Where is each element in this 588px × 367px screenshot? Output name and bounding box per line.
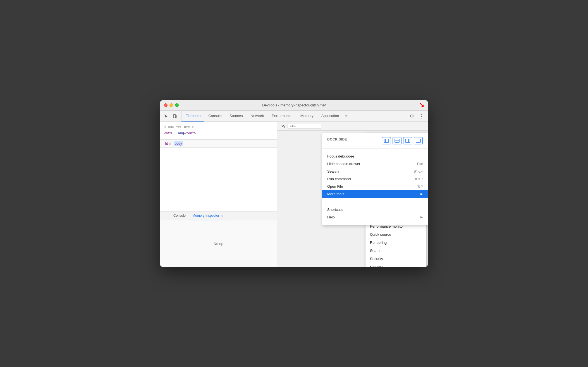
device-toggle-icon[interactable]: [171, 112, 179, 120]
devtools-toolbar: Elements Console Sources Network Perform…: [160, 111, 428, 122]
menu-item-sensors[interactable]: Sensors: [365, 263, 426, 267]
more-tools-row[interactable]: More tools ▶: [322, 190, 428, 198]
hide-console-drawer-row[interactable]: Hide console drawer Esc: [327, 160, 423, 168]
dock-side-options: [382, 137, 423, 144]
no-op-text: No op: [214, 242, 223, 246]
red-arrow-icon: ↘: [419, 101, 424, 109]
right-panel: Sty Animations Changes Coverage Develope…: [277, 122, 428, 267]
svg-rect-6: [405, 139, 410, 142]
settings-panel: Dock side: [322, 133, 428, 225]
focus-debuggee-row[interactable]: Focus debuggee: [327, 152, 423, 160]
toolbar-right: ⚙ ⋮: [405, 111, 428, 121]
svg-rect-2: [384, 139, 389, 142]
settings-actions-section: Focus debuggee Hide console drawer Esc S…: [322, 149, 428, 202]
tab-memory[interactable]: Memory: [297, 111, 317, 121]
devtools-window: DevTools - memory-inspector.glitch.me/ ↘…: [160, 100, 428, 267]
dock-side-label: Dock side: [327, 137, 347, 141]
tab-application[interactable]: Application: [317, 111, 343, 121]
dock-side-section: Dock side: [322, 133, 428, 149]
left-panel: <!DOCTYPE html> <html lang="en"> html bo…: [160, 122, 277, 267]
vertical-dots-button[interactable]: ⋮: [417, 112, 425, 120]
tab-more[interactable]: »: [343, 111, 350, 121]
tab-network[interactable]: Network: [247, 111, 268, 121]
dock-bottom-button[interactable]: [393, 137, 401, 144]
nav-tabs: Elements Console Sources Network Perform…: [181, 111, 405, 121]
tab-performance[interactable]: Performance: [268, 111, 296, 121]
menu-item-rendering[interactable]: Rendering: [365, 239, 426, 247]
maximize-button[interactable]: [175, 103, 179, 107]
undock-button[interactable]: [414, 137, 423, 144]
main-content: <!DOCTYPE html> <html lang="en"> html bo…: [160, 122, 428, 267]
help-row[interactable]: Help ▶: [327, 213, 423, 221]
drawer-tabs: ⋮ Console Memory Inspector ×: [160, 211, 277, 220]
styles-header: Sty: [277, 122, 428, 131]
menu-item-security[interactable]: Security: [365, 255, 426, 263]
svg-rect-8: [416, 139, 420, 142]
cursor-icon[interactable]: [162, 112, 170, 120]
tab-sources[interactable]: Sources: [226, 111, 247, 121]
breadcrumb-html[interactable]: html: [164, 141, 173, 146]
bottom-drawer: ⋮ Console Memory Inspector × No op: [160, 211, 277, 267]
more-tools-arrow: ▶: [420, 192, 423, 196]
tab-console[interactable]: Console: [204, 111, 226, 121]
dock-left-button[interactable]: [382, 137, 391, 144]
html-line-1: <!DOCTYPE html>: [164, 125, 273, 131]
breadcrumb-body[interactable]: body: [174, 141, 183, 146]
open-file-row[interactable]: Open File ⌘P: [327, 183, 423, 190]
html-line-2: <html lang="en">: [164, 131, 273, 137]
traffic-lights: [164, 103, 179, 107]
window-title: DevTools - memory-inspector.glitch.me/: [262, 103, 326, 107]
help-arrow: ▶: [420, 215, 423, 219]
settings-bottom-section: Shortcuts Help ▶: [322, 202, 428, 225]
toolbar-icons: [160, 111, 181, 121]
drawer-content: No op: [160, 220, 277, 267]
drawer-menu-button[interactable]: ⋮: [160, 213, 170, 218]
dock-right-button[interactable]: [403, 137, 412, 144]
search-row[interactable]: Search ⌘⌥F: [327, 168, 423, 175]
html-content: <!DOCTYPE html> <html lang="en">: [160, 122, 277, 140]
close-button[interactable]: [164, 103, 168, 107]
settings-gear-button[interactable]: ⚙: [408, 112, 416, 120]
breadcrumb: html body: [160, 140, 277, 148]
filter-input[interactable]: [288, 124, 321, 129]
minimize-button[interactable]: [169, 103, 173, 107]
styles-label: Sty: [281, 124, 285, 128]
drawer-tab-console[interactable]: Console: [170, 211, 189, 220]
drawer-tab-memory-inspector[interactable]: Memory Inspector ×: [189, 211, 226, 220]
tab-elements[interactable]: Elements: [181, 111, 204, 121]
shortcuts-row[interactable]: Shortcuts: [327, 206, 423, 213]
svg-rect-1: [175, 115, 177, 117]
run-command-row[interactable]: Run command ⌘⇧P: [327, 175, 423, 183]
title-bar: DevTools - memory-inspector.glitch.me/ ↘: [160, 100, 428, 111]
menu-item-search[interactable]: Search: [365, 247, 426, 255]
menu-item-quick-source[interactable]: Quick source: [365, 230, 426, 239]
close-memory-inspector-tab[interactable]: ×: [221, 214, 223, 218]
